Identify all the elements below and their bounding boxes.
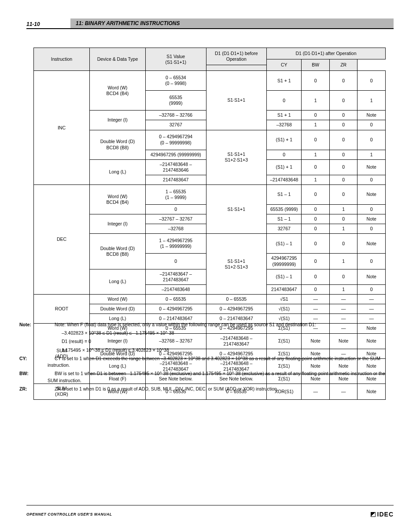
note-bw: BW:BW is set to 1 when D1 is between –1.… bbox=[33, 370, 387, 384]
cell-cy: 0 bbox=[302, 284, 329, 294]
cell-bw: 0 bbox=[329, 175, 357, 184]
cell-s1: –2147483648 – 2147483646 bbox=[145, 159, 206, 175]
cell-bw: 0 bbox=[329, 130, 357, 150]
col-instruction: Instruction bbox=[34, 48, 90, 71]
cell-cy: — bbox=[302, 304, 329, 314]
cell-d1-out: (S1) – 1 bbox=[267, 269, 302, 284]
cell-zr: 0 bbox=[357, 71, 386, 91]
cell-s1: 2147483647 bbox=[145, 175, 206, 184]
cell-s1: 0 bbox=[145, 254, 206, 269]
col-d1-pre-cont bbox=[206, 65, 267, 71]
cell-bw: 1 bbox=[329, 284, 357, 294]
cell-zr: 0 bbox=[357, 254, 386, 269]
cell-d1-out: S1 – 1 bbox=[267, 214, 302, 224]
cell-device-type: Double Word (D) bbox=[89, 304, 145, 314]
cell-d1-out: 4294967295(99999999) bbox=[267, 254, 302, 269]
cell-d1-out: –2147483648 bbox=[267, 175, 302, 184]
cell-zr: 0 bbox=[357, 284, 386, 294]
cell-instruction: DEC bbox=[34, 185, 90, 295]
cell-zr: 0 bbox=[357, 120, 386, 130]
cell-device-type: Long (L) bbox=[89, 159, 145, 184]
cell-zr: 0 bbox=[357, 205, 386, 214]
cell-s1: 0 – 65535 bbox=[145, 295, 206, 304]
cell-bw: 0 bbox=[329, 214, 357, 224]
cell-zr: — bbox=[357, 295, 386, 304]
cell-d1-out: (S1) + 1 bbox=[267, 130, 302, 150]
cell-bw: 1 bbox=[329, 224, 357, 234]
chapter-title: 11: BINARY ARITHMETIC INSTRUCTIONS bbox=[70, 18, 394, 29]
cell-d1-out: √(S1) bbox=[267, 304, 302, 314]
cell-bw: 0 bbox=[329, 120, 357, 130]
cell-d1-pre: 0 – 4294967295 bbox=[206, 304, 267, 314]
col-bw: BW bbox=[302, 59, 329, 71]
cell-s1: 0 – 65534(0 – 9998) bbox=[145, 71, 206, 91]
idec-logo: IDEC bbox=[371, 511, 394, 518]
cell-d1-out: S1 + 1 bbox=[267, 71, 302, 91]
cell-instruction: INC bbox=[34, 71, 90, 185]
cell-d1-out: –32768 bbox=[267, 120, 302, 130]
cell-s1: –32768 bbox=[145, 224, 206, 234]
cell-cy: 1 bbox=[302, 91, 329, 111]
cell-cy: 0 bbox=[302, 159, 329, 175]
table-row: INCWord (W)BCD4 (B4)0 – 65534(0 – 9998)S… bbox=[34, 71, 386, 91]
cell-cy: 0 bbox=[302, 205, 329, 214]
note-cy: CY:CY is set to 1 when D1 exceeds the ra… bbox=[33, 355, 387, 369]
cell-cy: 0 bbox=[302, 130, 329, 150]
cell-zr: 0 bbox=[357, 224, 386, 234]
col-device-type: Device & Data Type bbox=[89, 48, 145, 71]
cell-cy: 0 bbox=[302, 71, 329, 91]
cell-zr: 1 bbox=[357, 91, 386, 111]
cell-d1-out: 2147483647 bbox=[267, 284, 302, 294]
float-range-2: D1 (result) = 0 bbox=[33, 338, 387, 345]
float-range-3: 1.175495 × 10^-38 ≤ D1 (result) ≤ 3.4028… bbox=[33, 347, 387, 354]
cell-s1: 0 – 4294967295 bbox=[145, 304, 206, 314]
manual-name: OPENNET CONTROLLER USER'S MANUAL bbox=[26, 512, 112, 516]
cell-cy: 1 bbox=[302, 150, 329, 159]
cell-bw: 0 bbox=[329, 269, 357, 284]
cell-s1: –32767 – 32767 bbox=[145, 214, 206, 224]
note-zr: ZR:ZR is set to 1 when D1 is 0 as a resu… bbox=[33, 386, 387, 392]
cell-d1-out: 0 bbox=[267, 150, 302, 159]
col-s1: S1 Value(S1·S1+1) bbox=[145, 48, 206, 71]
cell-bw: 0 bbox=[329, 185, 357, 205]
cell-zr: Note bbox=[357, 159, 386, 175]
cell-s1: 65535(9999) bbox=[145, 91, 206, 111]
cell-bw: — bbox=[329, 295, 357, 304]
note-intro: Note:Note: When F (float) data type is s… bbox=[33, 321, 387, 328]
cell-cy: 0 bbox=[302, 111, 329, 120]
cell-bw: 1 bbox=[329, 254, 357, 269]
cell-cy: 0 bbox=[302, 214, 329, 224]
cell-bw: 0 bbox=[329, 234, 357, 254]
cell-zr: Note bbox=[357, 269, 386, 284]
footnotes: Note:Note: When F (float) data type is s… bbox=[33, 321, 387, 394]
bottom-rule bbox=[26, 505, 394, 505]
cell-s1: –32768 – 32766 bbox=[145, 111, 206, 120]
cell-device-type: Integer (I) bbox=[89, 214, 145, 234]
cell-d1-pre: S1·S1+1 bbox=[206, 185, 267, 234]
cell-cy: 0 bbox=[302, 234, 329, 254]
page-header: 11-10 11: BINARY ARITHMETIC INSTRUCTIONS bbox=[26, 18, 394, 29]
idec-logo-text: IDEC bbox=[377, 511, 394, 518]
cell-s1: 1 – 4294967295(1 – 99999999) bbox=[145, 234, 206, 254]
cell-bw: — bbox=[329, 304, 357, 314]
cell-d1-out: (S1) – 1 bbox=[267, 234, 302, 254]
cell-instruction: ROOT bbox=[34, 295, 90, 324]
cell-s1: –2147483648 bbox=[145, 284, 206, 294]
cell-cy: 0 bbox=[302, 269, 329, 284]
cell-zr: 0 bbox=[357, 130, 386, 150]
cell-device-type: Word (W) bbox=[89, 295, 145, 304]
cell-bw: 0 bbox=[329, 111, 357, 120]
cell-zr: Note bbox=[357, 185, 386, 205]
cell-d1-out: S1 + 1 bbox=[267, 111, 302, 120]
cell-d1-out: √S1 bbox=[267, 295, 302, 304]
col-cy: CY bbox=[267, 59, 302, 71]
cell-d1-out: (S1) + 1 bbox=[267, 159, 302, 175]
cell-device-type: Double Word (D)BCD8 (B8) bbox=[89, 130, 145, 159]
col-zr: ZR bbox=[329, 59, 357, 71]
cell-d1-out: S1 – 1 bbox=[267, 185, 302, 205]
cell-s1: 4294967295 (99999999) bbox=[145, 150, 206, 159]
table-row: DECWord (W)BCD4 (B4)1 – 65535(1 – 9999)S… bbox=[34, 185, 386, 205]
cell-cy: 0 bbox=[302, 224, 329, 234]
cell-bw: 0 bbox=[329, 150, 357, 159]
cell-d1-pre: S1·S1+1S1+2·S1+3 bbox=[206, 130, 267, 185]
